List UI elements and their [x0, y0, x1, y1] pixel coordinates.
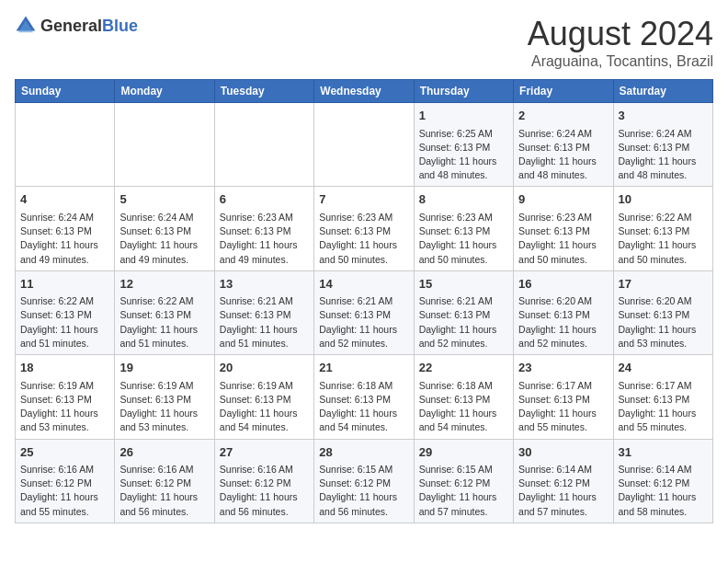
day-number: 6: [220, 190, 309, 209]
day-number: 14: [319, 275, 408, 293]
weekday-header-saturday: Saturday: [613, 80, 712, 103]
cell-sun-info: Sunrise: 6:23 AM Sunset: 6:13 PM Dayligh…: [220, 211, 309, 267]
calendar-cell: 7Sunrise: 6:23 AM Sunset: 6:13 PM Daylig…: [314, 187, 414, 270]
day-number: 18: [20, 359, 109, 377]
cell-sun-info: Sunrise: 6:20 AM Sunset: 6:13 PM Dayligh…: [518, 294, 608, 350]
calendar-cell: 29Sunrise: 6:15 AM Sunset: 6:12 PM Dayli…: [414, 439, 513, 523]
weekday-header-sunday: Sunday: [16, 80, 115, 103]
calendar-cell: 12Sunrise: 6:22 AM Sunset: 6:13 PM Dayli…: [115, 270, 214, 354]
day-number: 7: [319, 190, 408, 209]
calendar-cell: 18Sunrise: 6:19 AM Sunset: 6:13 PM Dayli…: [16, 355, 115, 439]
calendar-cell: 25Sunrise: 6:16 AM Sunset: 6:12 PM Dayli…: [16, 439, 115, 523]
cell-sun-info: Sunrise: 6:16 AM Sunset: 6:12 PM Dayligh…: [20, 463, 109, 519]
day-number: 23: [518, 359, 608, 377]
calendar-cell: 8Sunrise: 6:23 AM Sunset: 6:13 PM Daylig…: [414, 187, 513, 270]
day-number: 31: [619, 443, 708, 462]
cell-sun-info: Sunrise: 6:23 AM Sunset: 6:13 PM Dayligh…: [518, 211, 608, 267]
calendar-cell: 11Sunrise: 6:22 AM Sunset: 6:13 PM Dayli…: [16, 270, 115, 354]
calendar-cell: 17Sunrise: 6:20 AM Sunset: 6:13 PM Dayli…: [613, 270, 712, 354]
weekday-header-wednesday: Wednesday: [314, 80, 414, 103]
day-number: 28: [319, 443, 408, 462]
calendar-cell: 28Sunrise: 6:15 AM Sunset: 6:12 PM Dayli…: [314, 439, 414, 523]
calendar-cell: 30Sunrise: 6:14 AM Sunset: 6:12 PM Dayli…: [514, 439, 613, 523]
cell-sun-info: Sunrise: 6:18 AM Sunset: 6:13 PM Dayligh…: [319, 379, 408, 435]
day-number: 19: [119, 359, 209, 377]
calendar-cell: 14Sunrise: 6:21 AM Sunset: 6:13 PM Dayli…: [314, 270, 414, 354]
calendar-cell: 15Sunrise: 6:21 AM Sunset: 6:13 PM Dayli…: [414, 270, 513, 354]
calendar-cell: 23Sunrise: 6:17 AM Sunset: 6:13 PM Dayli…: [514, 355, 613, 439]
title-area: August 2024 Araguaina, Tocantins, Brazil: [528, 15, 713, 70]
day-number: 8: [419, 190, 508, 209]
cell-sun-info: Sunrise: 6:21 AM Sunset: 6:13 PM Dayligh…: [319, 294, 408, 350]
calendar-cell: 27Sunrise: 6:16 AM Sunset: 6:12 PM Dayli…: [214, 439, 313, 523]
logo-text-general: General: [40, 17, 102, 35]
cell-sun-info: Sunrise: 6:23 AM Sunset: 6:13 PM Dayligh…: [319, 211, 408, 267]
calendar-cell: 1Sunrise: 6:25 AM Sunset: 6:13 PM Daylig…: [414, 103, 513, 187]
calendar-cell: 3Sunrise: 6:24 AM Sunset: 6:13 PM Daylig…: [613, 103, 712, 187]
calendar-cell: 31Sunrise: 6:14 AM Sunset: 6:12 PM Dayli…: [613, 439, 712, 523]
day-number: 21: [319, 359, 408, 377]
day-number: 4: [20, 190, 109, 209]
day-number: 11: [20, 275, 109, 293]
cell-sun-info: Sunrise: 6:18 AM Sunset: 6:13 PM Dayligh…: [419, 379, 508, 435]
cell-sun-info: Sunrise: 6:23 AM Sunset: 6:13 PM Dayligh…: [419, 211, 508, 267]
weekday-header-monday: Monday: [115, 80, 214, 103]
cell-sun-info: Sunrise: 6:14 AM Sunset: 6:12 PM Dayligh…: [619, 463, 708, 519]
cell-sun-info: Sunrise: 6:24 AM Sunset: 6:13 PM Dayligh…: [619, 127, 708, 183]
logo-text-blue: Blue: [102, 17, 138, 35]
calendar-cell: [214, 103, 313, 187]
cell-sun-info: Sunrise: 6:24 AM Sunset: 6:13 PM Dayligh…: [119, 211, 209, 267]
calendar-cell: 4Sunrise: 6:24 AM Sunset: 6:13 PM Daylig…: [16, 187, 115, 270]
logo: GeneralBlue: [15, 15, 138, 37]
day-number: 25: [20, 443, 109, 462]
cell-sun-info: Sunrise: 6:19 AM Sunset: 6:13 PM Dayligh…: [20, 379, 109, 435]
calendar-week-row: 1Sunrise: 6:25 AM Sunset: 6:13 PM Daylig…: [16, 103, 713, 187]
day-number: 29: [419, 443, 508, 462]
calendar-cell: 9Sunrise: 6:23 AM Sunset: 6:13 PM Daylig…: [514, 187, 613, 270]
day-number: 17: [619, 275, 708, 293]
month-title: August 2024: [528, 15, 713, 53]
day-number: 26: [119, 443, 209, 462]
calendar-cell: [115, 103, 214, 187]
calendar-cell: 19Sunrise: 6:19 AM Sunset: 6:13 PM Dayli…: [115, 355, 214, 439]
weekday-header-row: SundayMondayTuesdayWednesdayThursdayFrid…: [16, 80, 713, 103]
weekday-header-thursday: Thursday: [414, 80, 513, 103]
calendar-cell: 21Sunrise: 6:18 AM Sunset: 6:13 PM Dayli…: [314, 355, 414, 439]
day-number: 30: [518, 443, 608, 462]
cell-sun-info: Sunrise: 6:16 AM Sunset: 6:12 PM Dayligh…: [119, 463, 209, 519]
day-number: 27: [220, 443, 309, 462]
calendar-week-row: 18Sunrise: 6:19 AM Sunset: 6:13 PM Dayli…: [16, 355, 713, 439]
calendar-cell: 5Sunrise: 6:24 AM Sunset: 6:13 PM Daylig…: [115, 187, 214, 270]
cell-sun-info: Sunrise: 6:20 AM Sunset: 6:13 PM Dayligh…: [619, 294, 708, 350]
day-number: 9: [518, 190, 608, 209]
day-number: 12: [119, 275, 209, 293]
calendar-cell: [16, 103, 115, 187]
day-number: 5: [119, 190, 209, 209]
weekday-header-friday: Friday: [514, 80, 613, 103]
day-number: 1: [419, 107, 508, 125]
calendar-cell: 24Sunrise: 6:17 AM Sunset: 6:13 PM Dayli…: [613, 355, 712, 439]
cell-sun-info: Sunrise: 6:22 AM Sunset: 6:13 PM Dayligh…: [619, 211, 708, 267]
calendar-cell: 20Sunrise: 6:19 AM Sunset: 6:13 PM Dayli…: [214, 355, 313, 439]
day-number: 3: [619, 107, 708, 125]
cell-sun-info: Sunrise: 6:17 AM Sunset: 6:13 PM Dayligh…: [619, 379, 708, 435]
calendar-cell: 10Sunrise: 6:22 AM Sunset: 6:13 PM Dayli…: [613, 187, 712, 270]
calendar-cell: 2Sunrise: 6:24 AM Sunset: 6:13 PM Daylig…: [514, 103, 613, 187]
calendar-cell: 6Sunrise: 6:23 AM Sunset: 6:13 PM Daylig…: [214, 187, 313, 270]
calendar-cell: 16Sunrise: 6:20 AM Sunset: 6:13 PM Dayli…: [514, 270, 613, 354]
cell-sun-info: Sunrise: 6:22 AM Sunset: 6:13 PM Dayligh…: [119, 294, 209, 350]
day-number: 20: [220, 359, 309, 377]
day-number: 10: [619, 190, 708, 209]
location-subtitle: Araguaina, Tocantins, Brazil: [528, 53, 713, 70]
cell-sun-info: Sunrise: 6:24 AM Sunset: 6:13 PM Dayligh…: [20, 211, 109, 267]
logo-icon: [15, 15, 37, 37]
cell-sun-info: Sunrise: 6:19 AM Sunset: 6:13 PM Dayligh…: [119, 379, 209, 435]
cell-sun-info: Sunrise: 6:21 AM Sunset: 6:13 PM Dayligh…: [220, 294, 309, 350]
weekday-header-tuesday: Tuesday: [214, 80, 313, 103]
header: GeneralBlue August 2024 Araguaina, Tocan…: [15, 15, 713, 70]
calendar-table: SundayMondayTuesdayWednesdayThursdayFrid…: [15, 79, 713, 523]
cell-sun-info: Sunrise: 6:24 AM Sunset: 6:13 PM Dayligh…: [518, 127, 608, 183]
cell-sun-info: Sunrise: 6:25 AM Sunset: 6:13 PM Dayligh…: [419, 127, 508, 183]
cell-sun-info: Sunrise: 6:22 AM Sunset: 6:13 PM Dayligh…: [20, 294, 109, 350]
day-number: 15: [419, 275, 508, 293]
